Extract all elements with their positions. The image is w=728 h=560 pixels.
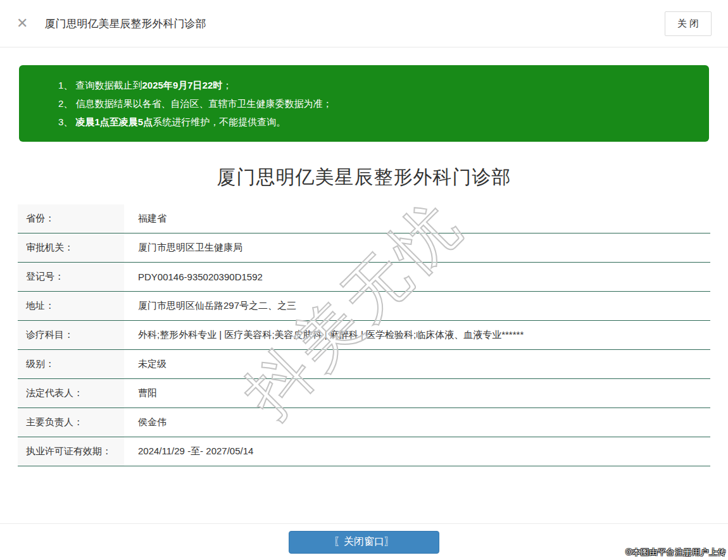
row-value: 外科;整形外科专业 | 医疗美容科;美容皮肤科 | 麻醉科 | 医学检验科;临床… <box>124 329 524 341</box>
row-label: 诊疗科目： <box>18 321 124 349</box>
row-value: 未定级 <box>124 358 166 370</box>
notice-line: 1、 查询数据截止到2025年9月7日22时； <box>58 76 696 94</box>
upload-credit-watermark: ©本图由平台注册用户上传 <box>625 547 726 558</box>
notice-bold-text: 凌晨1点至凌晨5点 <box>76 116 153 127</box>
row-label: 执业许可证有效期： <box>18 437 124 466</box>
table-row-registration-number: 登记号： PDY00146-935020390D1592 <box>18 263 710 292</box>
row-label: 级别： <box>18 350 124 378</box>
notice-line: 2、 信息数据结果以各省、自治区、直辖市卫生健康委数据为准； <box>58 94 696 113</box>
row-label: 地址： <box>18 292 124 320</box>
institution-detail-table: 省份： 福建省 审批机关： 厦门市思明区卫生健康局 登记号： PDY00146-… <box>18 204 710 466</box>
table-row-approval-authority: 审批机关： 厦门市思明区卫生健康局 <box>18 233 710 263</box>
row-label: 省份： <box>18 204 124 233</box>
notice-text: 1、 查询数据截止到 <box>58 80 142 90</box>
close-x-icon[interactable]: ✕ <box>16 16 28 30</box>
notice-bold-text: 2025年9月7日22时 <box>142 80 223 90</box>
table-row-level: 级别： 未定级 <box>18 350 710 379</box>
row-label: 登记号： <box>18 263 124 291</box>
notice-text: ； <box>222 80 232 90</box>
close-window-button[interactable]: 〖关闭窗口〗 <box>289 531 439 554</box>
table-row-medical-departments: 诊疗科目： 外科;整形外科专业 | 医疗美容科;美容皮肤科 | 麻醉科 | 医学… <box>18 321 710 350</box>
notice-box: 1、 查询数据截止到2025年9月7日22时； 2、 信息数据结果以各省、自治区… <box>19 65 709 142</box>
row-value: 厦门市思明区仙岳路297号之二、之三 <box>124 300 296 312</box>
row-value: PDY00146-935020390D1592 <box>124 271 263 282</box>
table-row-legal-representative: 法定代表人： 曹阳 <box>18 379 710 408</box>
notice-text: 系统进行维护，不能提供查询。 <box>153 116 286 127</box>
row-value: 厦门市思明区卫生健康局 <box>124 242 242 254</box>
row-label: 主要负责人： <box>18 408 124 437</box>
header-title: 厦门思明亿美星辰整形外科门诊部 <box>44 16 206 31</box>
footer-bar: 〖关闭窗口〗 <box>0 523 728 560</box>
notice-line: 3、 凌晨1点至凌晨5点系统进行维护，不能提供查询。 <box>58 113 696 131</box>
row-value: 侯金伟 <box>124 416 166 428</box>
row-label: 法定代表人： <box>18 379 124 408</box>
notice-text: 2、 信息数据结果以各省、自治区、直辖市卫生健康委数据为准； <box>58 98 332 109</box>
table-row-address: 地址： 厦门市思明区仙岳路297号之二、之三 <box>18 292 710 321</box>
table-row-province: 省份： 福建省 <box>18 204 710 233</box>
table-row-license-validity: 执业许可证有效期： 2024/11/29 -至- 2027/05/14 <box>18 437 710 466</box>
close-button[interactable]: 关 闭 <box>665 11 712 36</box>
page-title: 厦门思明亿美星辰整形外科门诊部 <box>0 165 728 190</box>
row-value: 曹阳 <box>124 387 157 399</box>
row-label: 审批机关： <box>18 233 124 262</box>
header-bar: ✕ 厦门思明亿美星辰整形外科门诊部 关 闭 <box>0 0 728 47</box>
notice-text: 3、 <box>58 116 76 127</box>
row-value: 福建省 <box>124 213 166 225</box>
table-row-main-person-in-charge: 主要负责人： 侯金伟 <box>18 408 710 437</box>
row-value: 2024/11/29 -至- 2027/05/14 <box>124 445 253 457</box>
